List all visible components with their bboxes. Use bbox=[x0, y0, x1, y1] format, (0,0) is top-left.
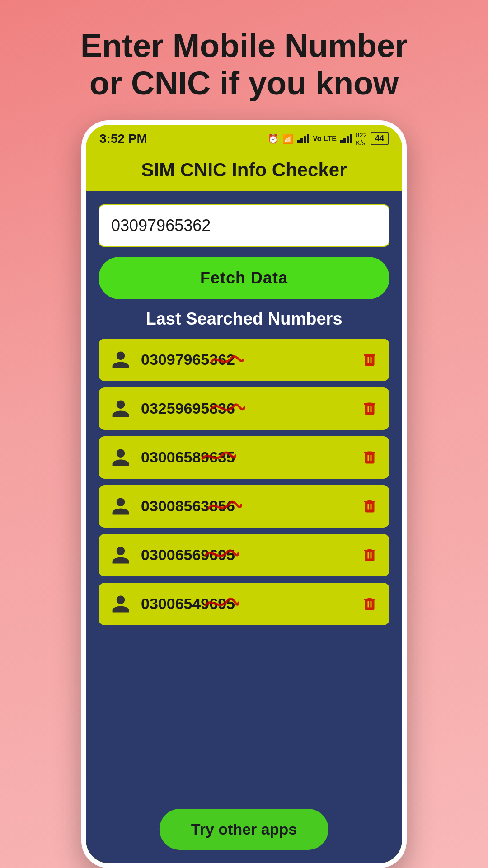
history-item-left: 03006549695 bbox=[110, 594, 235, 614]
trash-icon[interactable] bbox=[361, 401, 378, 417]
header-line2: or CNIC if you know bbox=[80, 65, 408, 102]
header-line1: Enter Mobile Number bbox=[80, 27, 408, 65]
history-item[interactable]: 03006549695 bbox=[99, 583, 389, 625]
history-item[interactable]: 03259695836 bbox=[99, 387, 389, 430]
history-item-left: 03097965362 bbox=[110, 349, 235, 370]
try-other-apps-button[interactable]: Try other apps bbox=[160, 809, 328, 850]
phone-inner: 3:52 PM ⏰ 📶 Vo LTE 822K/s bbox=[86, 125, 402, 863]
person-icon bbox=[110, 349, 131, 370]
trash-icon[interactable] bbox=[361, 596, 378, 612]
history-item-left: 03008563856 bbox=[110, 496, 235, 517]
person-icon bbox=[110, 398, 131, 419]
history-number: 03008563856 bbox=[141, 497, 235, 515]
trash-icon[interactable] bbox=[361, 352, 378, 368]
trash-icon[interactable] bbox=[361, 547, 378, 563]
history-item[interactable]: 03008563856 bbox=[99, 485, 389, 528]
history-list: 03097965362 0325 bbox=[99, 339, 389, 625]
app-content: Fetch Data Last Searched Numbers 0309796… bbox=[86, 191, 402, 863]
section-title: Last Searched Numbers bbox=[99, 309, 389, 329]
vo-lte-label: Vo LTE bbox=[313, 135, 337, 143]
status-icons: ⏰ 📶 Vo LTE 822K/s 44 bbox=[267, 131, 389, 146]
person-icon bbox=[110, 496, 131, 517]
status-bar: 3:52 PM ⏰ 📶 Vo LTE 822K/s bbox=[86, 125, 402, 151]
history-item[interactable]: 03097965362 bbox=[99, 339, 389, 381]
history-number: 03006569695 bbox=[141, 546, 235, 564]
history-number: 03097965362 bbox=[141, 351, 235, 368]
signal-bar-1 bbox=[297, 134, 309, 143]
fetch-data-button[interactable]: Fetch Data bbox=[99, 257, 389, 299]
history-item-left: 03259695836 bbox=[110, 398, 235, 419]
search-input[interactable] bbox=[99, 204, 389, 247]
signal-bar-2 bbox=[340, 134, 352, 143]
history-item[interactable]: 03006589635 bbox=[99, 436, 389, 479]
trash-icon[interactable] bbox=[361, 498, 378, 514]
trash-icon[interactable] bbox=[361, 449, 378, 466]
person-icon bbox=[110, 545, 131, 566]
status-time: 3:52 PM bbox=[99, 132, 147, 146]
header-text: Enter Mobile Number or CNIC if you know bbox=[53, 27, 435, 102]
person-icon bbox=[110, 447, 131, 468]
app-title-bar: SIM CNIC Info Checker bbox=[86, 151, 402, 191]
history-number: 03259695836 bbox=[141, 400, 235, 417]
history-number: 03006589635 bbox=[141, 448, 235, 466]
history-number: 03006549695 bbox=[141, 595, 235, 613]
phone-frame: 3:52 PM ⏰ 📶 Vo LTE 822K/s bbox=[81, 120, 407, 868]
history-item-left: 03006569695 bbox=[110, 545, 235, 566]
wifi-icon: 📶 bbox=[282, 133, 294, 144]
battery-indicator: 44 bbox=[371, 132, 389, 145]
history-item[interactable]: 03006569695 bbox=[99, 534, 389, 576]
history-item-left: 03006589635 bbox=[110, 447, 235, 468]
alarm-icon: ⏰ bbox=[267, 133, 279, 144]
person-icon bbox=[110, 594, 131, 614]
app-title: SIM CNIC Info Checker bbox=[141, 159, 347, 180]
speed-label: 822K/s bbox=[356, 131, 367, 146]
